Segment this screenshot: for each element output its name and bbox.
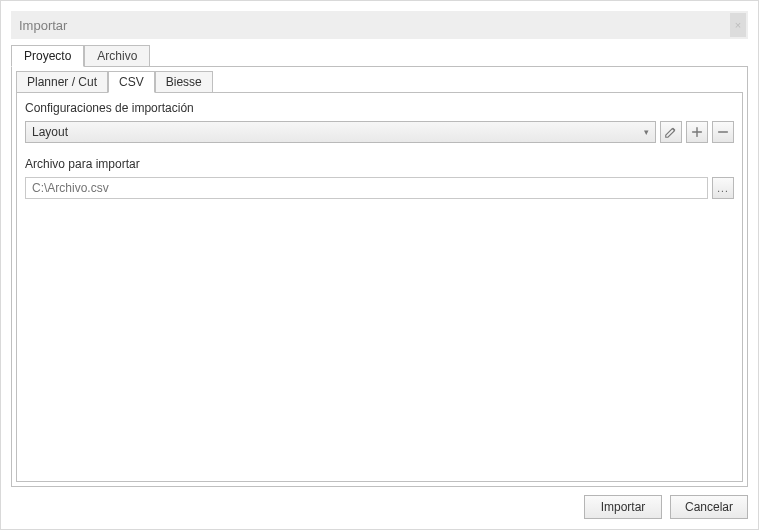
subtab-label: Biesse	[166, 75, 202, 89]
edit-config-button[interactable]	[660, 121, 682, 143]
file-row: ...	[25, 177, 734, 199]
config-label: Configuraciones de importación	[25, 101, 734, 115]
content-area: Proyecto Archivo Planner / Cut CSV Biess…	[11, 39, 748, 519]
secondary-tab-panel: Configuraciones de importación Layout ▾	[16, 92, 743, 482]
minus-icon	[716, 125, 730, 139]
import-button[interactable]: Importar	[584, 495, 662, 519]
remove-config-button[interactable]	[712, 121, 734, 143]
primary-tab-panel: Planner / Cut CSV Biesse Configuraciones…	[11, 66, 748, 487]
secondary-tabs: Planner / Cut CSV Biesse	[12, 67, 747, 92]
add-config-button[interactable]	[686, 121, 708, 143]
tab-label: Archivo	[97, 49, 137, 63]
close-button[interactable]: ×	[730, 13, 746, 37]
button-label: Cancelar	[685, 500, 733, 514]
primary-tabs: Proyecto Archivo	[11, 45, 748, 66]
titlebar: Importar ×	[11, 11, 748, 39]
edit-icon	[664, 125, 678, 139]
subtab-label: CSV	[119, 75, 144, 89]
ellipsis-icon: ...	[717, 183, 728, 194]
tab-proyecto[interactable]: Proyecto	[11, 45, 84, 67]
file-label: Archivo para importar	[25, 157, 734, 171]
cancel-button[interactable]: Cancelar	[670, 495, 748, 519]
browse-button[interactable]: ...	[712, 177, 734, 199]
plus-icon	[690, 125, 704, 139]
close-icon: ×	[735, 19, 741, 31]
chevron-down-icon: ▾	[644, 127, 649, 137]
config-row: Layout ▾	[25, 121, 734, 143]
footer: Importar Cancelar	[11, 487, 748, 519]
tab-archivo[interactable]: Archivo	[84, 45, 150, 67]
config-dropdown[interactable]: Layout ▾	[25, 121, 656, 143]
button-label: Importar	[601, 500, 646, 514]
subtab-csv[interactable]: CSV	[108, 71, 155, 93]
dialog-window: Importar × Proyecto Archivo Planner / Cu…	[0, 0, 759, 530]
tab-label: Proyecto	[24, 49, 71, 63]
file-path-input[interactable]	[25, 177, 708, 199]
subtab-label: Planner / Cut	[27, 75, 97, 89]
subtab-biesse[interactable]: Biesse	[155, 71, 213, 93]
window-title: Importar	[19, 18, 67, 33]
config-dropdown-value: Layout	[32, 125, 68, 139]
subtab-planner-cut[interactable]: Planner / Cut	[16, 71, 108, 93]
